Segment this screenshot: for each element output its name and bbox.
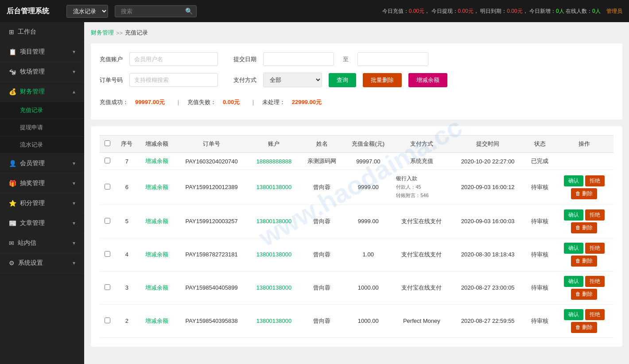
sidebar-item-workbench[interactable]: ⊞ 工作台: [0, 22, 84, 42]
td-actions: 确认 拒绝 🗑 删除: [555, 238, 613, 271]
confirm-button[interactable]: 确认: [564, 309, 583, 320]
chevron-down-icon: ▾: [73, 49, 75, 55]
adjust-link[interactable]: 增减余额: [145, 284, 168, 291]
td-amount: 9999.00: [344, 170, 392, 205]
search-icon[interactable]: 🔍: [185, 8, 193, 15]
breadcrumb: 财务管理 >> 充值记录: [91, 29, 622, 37]
sidebar-sub-recharge[interactable]: 充值记录: [0, 102, 84, 119]
sidebar-item-lottery[interactable]: 🎁 抽奖管理 ▾: [0, 174, 84, 194]
row-checkbox[interactable]: [105, 318, 110, 323]
row-checkbox[interactable]: [105, 251, 110, 257]
article-icon: 📰: [9, 220, 16, 227]
td-checkbox: [100, 153, 116, 170]
sidebar-item-article[interactable]: 📰 文章管理 ▾: [0, 213, 84, 233]
account-value: 13800138000: [256, 284, 292, 291]
sidebar-item-project[interactable]: 📋 项目管理 ▾: [0, 42, 84, 62]
td-payment: 支付宝在线支付: [392, 238, 450, 271]
admin-menu[interactable]: 管理员: [606, 8, 622, 14]
stats-bar: 充值成功：99997.00元 | 充值失败：0.00元 | 未处理：22999.…: [100, 94, 613, 111]
sidebar-item-message[interactable]: ✉ 站内信 ▾: [0, 233, 84, 253]
row-checkbox[interactable]: [105, 184, 110, 190]
account-label: 充值账户: [100, 55, 123, 63]
th-status: 状态: [525, 136, 555, 153]
date-label: 提交日期: [233, 55, 256, 63]
chevron-down-icon-message: ▾: [73, 240, 75, 246]
sidebar-label-article: 文章管理: [20, 219, 73, 227]
action-cell: 确认 拒绝 🗑 删除: [559, 175, 610, 199]
td-checkbox: [100, 304, 116, 337]
account-input[interactable]: [129, 52, 218, 66]
sidebar: ⊞ 工作台 📋 项目管理 ▾ 🐄 牧场管理 ▾ 💰 财务管理 ▴ 充值记录 提现…: [0, 22, 84, 364]
batch-delete-button[interactable]: 批量删除: [363, 73, 402, 87]
adjust-button[interactable]: 增减余额: [408, 73, 447, 87]
reject-button[interactable]: 拒绝: [585, 243, 605, 254]
account-value: 13800138000: [256, 318, 292, 324]
table-row: 2 增减余额 PAY1598540395838 13800138000 曾向蓉 …: [100, 304, 613, 337]
td-order: PAY1598782723181: [175, 238, 248, 271]
row-checkbox[interactable]: [105, 218, 110, 224]
adjust-link[interactable]: 增减余额: [145, 251, 168, 258]
action-cell: 确认 拒绝 🗑 删除: [559, 209, 610, 233]
td-seq: 3: [116, 271, 139, 304]
table-row: 4 增减余额 PAY1598782723181 13800138000 曾向蓉 …: [100, 238, 613, 271]
delete-button[interactable]: 🗑 删除: [571, 289, 597, 300]
breadcrumb-parent[interactable]: 财务管理: [91, 29, 114, 37]
table-row: 6 增减余额 PAY1599120012389 13800138000 曾向蓉 …: [100, 170, 613, 205]
date-end-input[interactable]: [357, 52, 428, 66]
adjust-link[interactable]: 增减余额: [145, 158, 168, 164]
sidebar-item-member[interactable]: 👤 会员管理 ▾: [0, 154, 84, 174]
delete-button[interactable]: 🗑 删除: [571, 188, 597, 199]
header-dropdown[interactable]: 流水记录: [66, 5, 108, 18]
td-status: 待审核: [525, 238, 555, 271]
confirm-button[interactable]: 确认: [564, 276, 583, 287]
delete-button[interactable]: 🗑 删除: [571, 256, 597, 267]
chevron-down-icon-member: ▾: [73, 160, 75, 167]
breadcrumb-current: 充值记录: [125, 29, 148, 37]
confirm-button[interactable]: 确认: [564, 209, 583, 221]
th-time: 提交时间: [450, 136, 525, 153]
td-seq: 5: [116, 205, 139, 238]
chevron-down-icon-settings: ▾: [73, 260, 75, 266]
search-input[interactable]: [119, 6, 185, 17]
td-status: 待审核: [525, 205, 555, 238]
filter-row-1: 充值账户 提交日期 至: [100, 52, 613, 66]
td-seq: 6: [116, 170, 139, 205]
adjust-link[interactable]: 增减余额: [145, 184, 168, 190]
adjust-link[interactable]: 增减余额: [145, 318, 168, 324]
select-all-checkbox[interactable]: [105, 140, 110, 146]
sidebar-sub-flow[interactable]: 流水记录: [0, 136, 84, 154]
sidebar-item-points[interactable]: ⭐ 积分管理 ▾: [0, 194, 84, 213]
td-adjust: 增减余额: [138, 205, 175, 238]
reject-button[interactable]: 拒绝: [585, 276, 605, 287]
reject-button[interactable]: 拒绝: [585, 309, 605, 320]
header: 后台管理系统 流水记录 🔍 今日充值：0.00元， 今日提现：0.00元， 明日…: [0, 0, 629, 22]
row-checkbox[interactable]: [105, 284, 110, 290]
order-input[interactable]: [129, 73, 218, 87]
payment-select[interactable]: 全部 系统充值 银行入款 支付宝在线支付 Perfect Money: [263, 73, 322, 87]
row-checkbox[interactable]: [105, 158, 110, 163]
sidebar-item-finance[interactable]: 💰 财务管理 ▴: [0, 82, 84, 102]
confirm-button[interactable]: 确认: [564, 243, 583, 254]
sidebar-label-message: 站内信: [18, 239, 73, 247]
sidebar-item-farm[interactable]: 🐄 牧场管理 ▾: [0, 62, 84, 82]
sidebar-item-settings[interactable]: ⚙ 系统设置 ▾: [0, 253, 84, 273]
delete-button[interactable]: 🗑 删除: [571, 322, 597, 333]
delete-button[interactable]: 🗑 删除: [571, 222, 597, 233]
td-account: 13800138000: [248, 170, 300, 205]
th-seq: 序号: [116, 136, 139, 153]
adjust-link[interactable]: 增减余额: [145, 218, 168, 225]
td-account: 13800138000: [248, 271, 300, 304]
message-icon: ✉: [9, 240, 14, 247]
reject-button[interactable]: 拒绝: [585, 175, 605, 186]
sidebar-sub-withdraw[interactable]: 提现申请: [0, 119, 84, 136]
stats-sep-2: |: [252, 99, 254, 105]
action-row-top: 确认 拒绝: [564, 243, 605, 254]
query-button[interactable]: 查询: [329, 73, 356, 87]
table-row: 7 增减余额 PAY1603204020740 18888888888 亲测源码…: [100, 153, 613, 170]
confirm-button[interactable]: 确认: [564, 175, 583, 186]
stat-new-label: 今日新增：: [529, 8, 556, 14]
account-value: 18888888888: [256, 158, 292, 165]
date-start-input[interactable]: [263, 52, 334, 66]
workbench-icon: ⊞: [9, 28, 14, 35]
reject-button[interactable]: 拒绝: [585, 209, 605, 221]
